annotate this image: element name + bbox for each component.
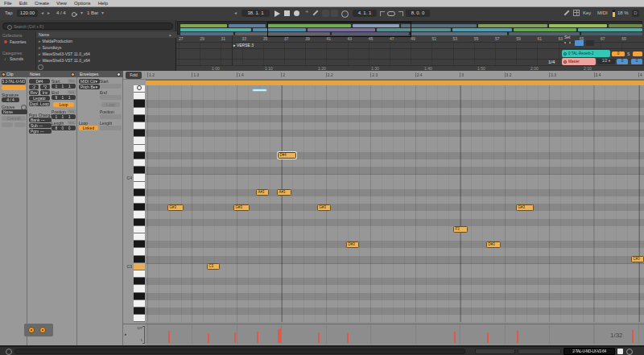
status-message-field: [14, 349, 465, 354]
status-mini-field-2: [518, 349, 561, 354]
velocity-stem[interactable]: [347, 333, 349, 343]
status-bar: 2-TAL-U-NO-LX-V2-64: [0, 345, 644, 355]
velocity-stem[interactable]: [279, 328, 281, 343]
velocity-stem[interactable]: [208, 333, 209, 343]
velocity-stem[interactable]: [517, 331, 518, 343]
device-toggle-icon[interactable]: [617, 349, 623, 354]
ableton-live-window: FileEditCreateViewOptionsHelp Tap 120.00…: [0, 0, 644, 355]
status-mini-field-1: [475, 349, 515, 354]
velocity-stem[interactable]: [257, 332, 258, 343]
velocity-stem[interactable]: [487, 332, 489, 343]
grid-size-chooser[interactable]: 1/32: [610, 332, 623, 339]
velocity-stem[interactable]: [454, 332, 456, 343]
velocity-stem[interactable]: [168, 331, 170, 343]
velocity-stem[interactable]: [234, 332, 236, 343]
status-circle-icon[interactable]: [6, 349, 12, 355]
hot-swap-icon[interactable]: [626, 349, 633, 355]
velocity-stem[interactable]: [318, 332, 320, 343]
velocity-stem[interactable]: [632, 330, 634, 343]
current-device-name[interactable]: 2-TAL-U-NO-LX-V2-64: [564, 348, 615, 355]
